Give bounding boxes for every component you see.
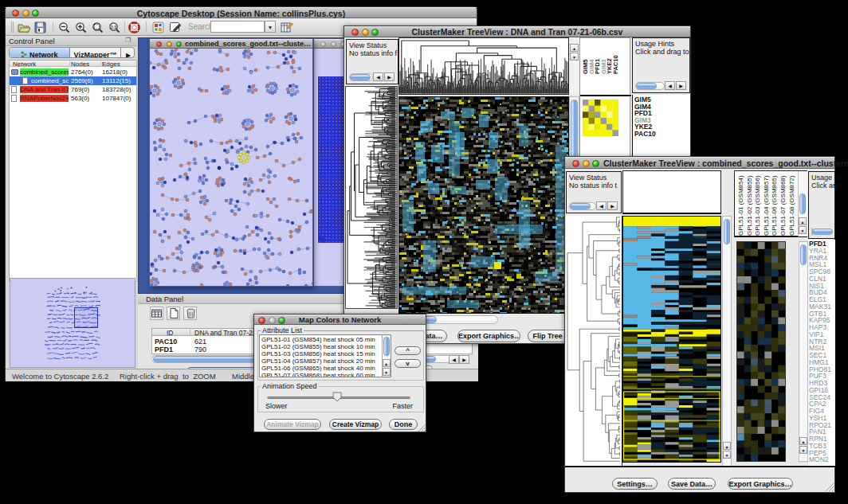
svg-text:1:1: 1:1 xyxy=(111,25,116,29)
